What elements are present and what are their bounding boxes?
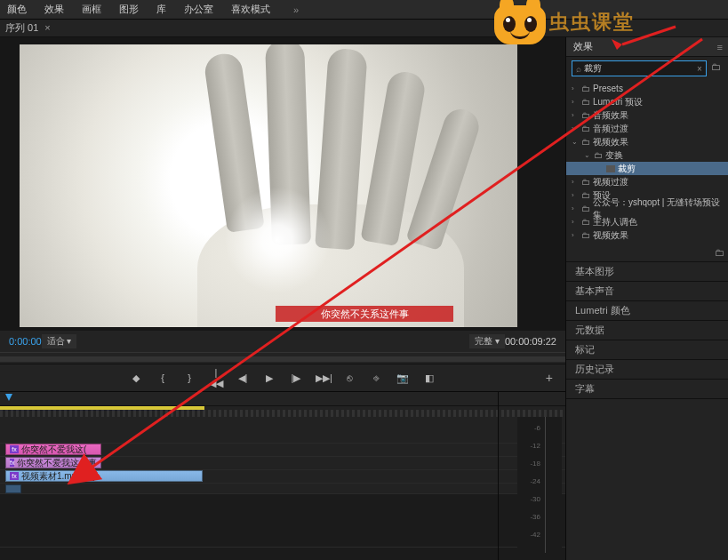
effects-tree-item[interactable]: ⌄🗀变换	[566, 148, 728, 162]
tree-arrow-icon: ⌄	[572, 138, 579, 146]
panel-captions[interactable]: 字幕	[566, 380, 728, 399]
right-panels: 效果 ≡ ⌕ × 🗀 ›🗀Presets›🗀Lumetri 预设›🗀音频效果›🗀…	[565, 37, 728, 560]
goto-out-icon[interactable]: ▶▶|	[316, 372, 330, 384]
tree-arrow-icon: ›	[572, 111, 579, 119]
tree-item-label: 视频效果	[593, 136, 628, 148]
menu-item[interactable]: 喜欢模式	[231, 3, 270, 16]
zoom-fit-select[interactable]: 适合 ▾	[42, 334, 77, 348]
step-fwd-icon[interactable]: |▶	[289, 372, 303, 384]
compare-icon[interactable]: ◧	[422, 372, 436, 384]
effects-tree-item[interactable]: ›🗀音频效果	[566, 108, 728, 122]
effects-tree-item[interactable]: ›🗀视频过渡	[566, 175, 728, 188]
menu-item[interactable]: 效果	[44, 3, 64, 16]
panel-history[interactable]: 历史记录	[566, 360, 728, 380]
tree-arrow-icon: ›	[572, 124, 579, 132]
menu-item[interactable]: 办公室	[184, 3, 213, 16]
panel-metadata[interactable]: 元数据	[566, 321, 728, 340]
goto-in-icon[interactable]: |◀◀	[209, 367, 223, 389]
effects-search-input[interactable]	[584, 64, 697, 74]
effect-icon	[606, 165, 615, 172]
sequence-name: 序列 01	[5, 22, 38, 33]
tree-arrow-icon: ›	[572, 178, 579, 186]
effects-tree-item[interactable]: ›🗀Presets	[566, 82, 728, 95]
duration-timecode: 00:00:09:22	[505, 336, 556, 347]
video-track-2[interactable]: fx你突然不爱我这件事	[0, 457, 565, 470]
tree-item-label: Presets	[593, 84, 623, 93]
folder-icon: 🗀	[581, 177, 590, 187]
monitor-time-bar: 0:00:00 适合 ▾ 完整 ▾ 00:00:09:22	[0, 331, 565, 352]
tree-arrow-icon: ›	[572, 204, 579, 212]
clip-v2[interactable]: fx你突然不爱我这件事	[5, 457, 101, 468]
clip-v3[interactable]: fx你突然不爱我这(	[5, 444, 101, 455]
folder-icon[interactable]: 🗀	[715, 247, 724, 258]
add-button-icon[interactable]: +	[546, 371, 553, 385]
panel-lumetri-color[interactable]: Lumetri 颜色	[566, 301, 728, 321]
clip-a1[interactable]	[5, 484, 21, 493]
monitor-scrubber[interactable]	[0, 352, 565, 364]
video-track-1[interactable]: fx视频素材1.mp4 [V]	[0, 470, 565, 484]
folder-icon: 🗀	[581, 84, 590, 93]
audio-track-1[interactable]	[0, 484, 565, 494]
folder-icon: 🗀	[581, 124, 590, 133]
panel-essential-sound[interactable]: 基本声音	[566, 282, 728, 301]
clear-search-icon[interactable]: ×	[697, 64, 702, 74]
panel-markers[interactable]: 标记	[566, 340, 728, 360]
folder-icon: 🗀	[581, 204, 590, 213]
current-timecode[interactable]: 0:00:00	[9, 336, 42, 347]
transport-controls: ◆ { } |◀◀ ◀| ▶ |▶ ▶▶| ⎋ ⎆ 📷 ◧ +	[0, 364, 565, 391]
program-monitor[interactable]: 你突然不关系这件事	[20, 44, 517, 327]
effects-tree-item[interactable]: ⌄🗀视频效果	[566, 135, 728, 148]
timeline-panel: fx你突然不爱我这( fx你突然不爱我这件事 fx视频素材1.mp4 [V] -…	[0, 391, 565, 560]
mark-in-icon[interactable]: ◆	[129, 372, 143, 384]
tree-arrow-icon: ›	[572, 218, 579, 226]
tree-item-label: 变换	[605, 149, 623, 162]
menu-item[interactable]: 颜色	[7, 3, 27, 16]
tree-item-label: 音频过渡	[593, 123, 628, 135]
play-icon[interactable]: ▶	[262, 372, 276, 384]
effects-search-box[interactable]: ⌕ ×	[572, 60, 707, 76]
folder-icon: 🗀	[581, 217, 590, 227]
sequence-tab[interactable]: 序列 01 ×	[5, 21, 51, 35]
folder-icon: 🗀	[594, 150, 603, 160]
menu-item[interactable]: 画框	[82, 3, 101, 16]
effects-tree-item[interactable]: ›🗀视频效果	[566, 228, 728, 242]
panel-menu-icon[interactable]: ≡	[717, 42, 723, 52]
video-frame	[20, 44, 517, 327]
step-back-icon[interactable]: ◀|	[236, 372, 250, 384]
timeline-tracks[interactable]: fx你突然不爱我这( fx你突然不爱我这件事 fx视频素材1.mp4 [V]	[0, 406, 565, 548]
effects-tree-item[interactable]: ›🗀Lumetri 预设	[566, 95, 728, 108]
lift-icon[interactable]: ⎋	[342, 372, 356, 383]
watermark-logo	[487, 0, 553, 52]
folder-icon: 🗀	[581, 110, 590, 120]
folder-icon: 🗀	[581, 137, 590, 147]
tree-arrow-icon: ›	[572, 231, 579, 239]
bracket-out-icon[interactable]: }	[182, 372, 196, 383]
bracket-in-icon[interactable]: {	[156, 372, 170, 383]
quality-select[interactable]: 完整 ▾	[469, 334, 505, 348]
extract-icon[interactable]: ⎆	[369, 372, 383, 383]
tree-item-label: 音频效果	[593, 109, 628, 122]
program-monitor-panel: 你突然不关系这件事	[0, 37, 565, 331]
tree-arrow-icon: ›	[572, 84, 579, 92]
video-track-3[interactable]: fx你突然不爱我这(	[0, 444, 565, 457]
effects-tree-item-selected[interactable]: 裁剪	[566, 162, 728, 175]
effects-tree-item[interactable]: ›🗀公众号：yshqopt | 无缝转场预设集	[566, 202, 728, 215]
effects-panel-tab[interactable]: 效果 ≡	[566, 37, 728, 57]
menu-overflow-icon[interactable]: »	[293, 4, 299, 15]
timeline-ruler[interactable]	[0, 392, 565, 406]
export-frame-icon[interactable]: 📷	[396, 372, 410, 384]
tree-item-label: 视频效果	[593, 229, 628, 242]
search-icon: ⌕	[576, 64, 581, 74]
tree-arrow-icon: ›	[572, 191, 579, 199]
playhead-icon[interactable]	[5, 394, 12, 401]
folder-icon: 🗀	[581, 230, 590, 240]
work-area-row	[0, 406, 565, 417]
tree-arrow-icon: ›	[572, 98, 579, 106]
panel-essential-graphics[interactable]: 基本图形	[566, 262, 728, 282]
new-bin-icon[interactable]: 🗀	[710, 61, 723, 76]
menu-item[interactable]: 库	[156, 3, 166, 16]
close-icon[interactable]: ×	[44, 22, 50, 33]
effects-tree-item[interactable]: ›🗀音频过渡	[566, 122, 728, 135]
menu-item[interactable]: 图形	[119, 3, 139, 16]
clip-v1[interactable]: fx视频素材1.mp4 [V]	[5, 470, 203, 482]
